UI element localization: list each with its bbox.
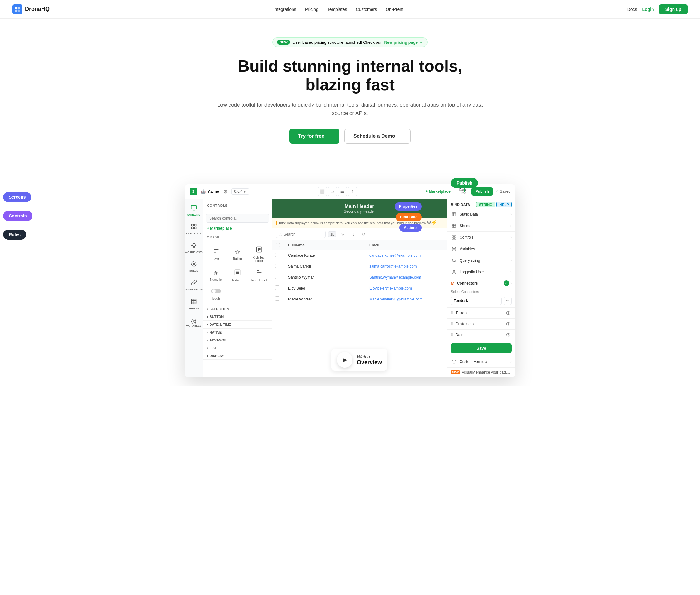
- nav-templates[interactable]: Templates: [327, 7, 347, 12]
- table-search[interactable]: [276, 230, 326, 238]
- filter-icon[interactable]: ▽: [339, 230, 347, 238]
- canvas-lightning-icon[interactable]: ⚡: [431, 219, 437, 225]
- signup-button[interactable]: Sign up: [659, 4, 688, 15]
- docs-link[interactable]: Docs: [627, 7, 637, 12]
- section-datetime[interactable]: › DATE & TIME: [203, 321, 272, 329]
- visually-enhance-row[interactable]: NEW Visually enhance your data...: [447, 367, 516, 377]
- table-row[interactable]: Eloy Beier Eloy.beier@example.com: [272, 283, 447, 294]
- schedule-demo-button[interactable]: Schedule a Demo →: [344, 129, 411, 144]
- float-screens-label[interactable]: Screens: [3, 192, 31, 202]
- row-check-0[interactable]: [272, 250, 285, 261]
- bind-row-sheets[interactable]: Sheets ›: [447, 220, 516, 232]
- control-toggle[interactable]: Toggle: [206, 286, 226, 303]
- table-row[interactable]: Salma Carroll salma.carroll@example.com: [272, 261, 447, 272]
- bind-tab-string[interactable]: String: [476, 202, 495, 207]
- control-rating[interactable]: ☆ Rating: [227, 244, 247, 265]
- save-button-bind[interactable]: Save: [451, 343, 512, 353]
- bind-row-controls[interactable]: Controls ›: [447, 232, 516, 243]
- section-native[interactable]: › NATIVE: [203, 329, 272, 336]
- marketplace-link-text[interactable]: + Marketplace: [207, 226, 232, 230]
- sidebar-item-connectors[interactable]: CONNECTORS: [186, 277, 202, 294]
- hero-section: NEW User based pricing structure launche…: [209, 19, 491, 175]
- desktop-icon[interactable]: ⬜: [318, 187, 327, 196]
- row-check-3[interactable]: [272, 283, 285, 293]
- brand[interactable]: DronaHQ: [12, 4, 50, 15]
- control-text[interactable]: Text: [206, 244, 226, 265]
- section-list[interactable]: › LIST: [203, 344, 272, 352]
- connector-item-customers[interactable]: ⠿ Customers: [447, 318, 516, 329]
- row-check-4[interactable]: [272, 294, 285, 305]
- nav-customers[interactable]: Customers: [356, 7, 377, 12]
- control-input-label[interactable]: Input Label: [249, 266, 269, 285]
- section-display[interactable]: › DISPLAY: [203, 352, 272, 360]
- bind-row-static[interactable]: Static Data ›: [447, 209, 516, 220]
- float-controls-label[interactable]: Controls: [3, 211, 32, 221]
- date-eye-icon[interactable]: [505, 331, 512, 338]
- customers-eye-icon[interactable]: [505, 320, 512, 327]
- static-data-chevron: ›: [511, 212, 512, 217]
- variables-chevron: ›: [511, 247, 512, 251]
- actions-label[interactable]: Actions: [399, 224, 422, 232]
- table-row[interactable]: Candace Kunze candace.kunze@example.com: [272, 250, 447, 261]
- canvas-settings-icon[interactable]: ⚙: [427, 219, 431, 225]
- tablet-icon[interactable]: ▭: [328, 187, 337, 196]
- custom-formula-row[interactable]: Custom Formula ›: [447, 356, 516, 367]
- zendesk-select[interactable]: Zendesk: [451, 297, 502, 305]
- download-icon[interactable]: ↓: [349, 230, 357, 238]
- overview-label: Overview: [357, 359, 382, 366]
- basic-section[interactable]: ▾ BASIC: [203, 233, 272, 241]
- input-label-icon: [256, 269, 263, 277]
- control-numeric[interactable]: # Numeric: [206, 266, 226, 285]
- nav-onprem[interactable]: On-Prem: [386, 7, 403, 12]
- row-check-2[interactable]: [272, 272, 285, 283]
- table-row[interactable]: Santino Wyman Santino.wyman@example.com: [272, 272, 447, 283]
- svg-rect-2: [15, 9, 18, 11]
- row-check-1[interactable]: [272, 261, 285, 272]
- variables-bind-icon: {x}: [451, 246, 457, 252]
- bind-data-label[interactable]: Bind Data: [396, 213, 422, 221]
- section-selection[interactable]: › SELECTION: [203, 305, 272, 313]
- sidebar-item-workflows[interactable]: WORKFLOWS: [186, 239, 202, 257]
- section-advance[interactable]: › ADVANCE: [203, 336, 272, 344]
- nav-integrations[interactable]: Integrations: [273, 7, 296, 12]
- nav-pricing[interactable]: Pricing: [305, 7, 318, 12]
- landscape-icon[interactable]: ▬: [338, 187, 347, 196]
- new-badge: NEW: [451, 370, 460, 374]
- sidebar-item-screens[interactable]: SCREENS: [186, 202, 202, 219]
- svg-point-30: [508, 323, 509, 324]
- sidebar-item-controls[interactable]: CONTROLS: [186, 221, 202, 238]
- control-rich-text[interactable]: Rich Text Editor: [249, 244, 269, 265]
- marketplace-link[interactable]: + Marketplace: [426, 189, 450, 194]
- zendesk-edit-button[interactable]: ✏: [504, 297, 512, 305]
- control-text-label: Text: [213, 257, 218, 261]
- float-rules-label[interactable]: Rules: [3, 230, 26, 239]
- section-button[interactable]: › BUTTON: [203, 313, 272, 321]
- play-button[interactable]: ▶: [337, 352, 352, 368]
- float-publish-label[interactable]: Publish: [451, 178, 478, 188]
- connectors-icon: [191, 280, 197, 287]
- control-textarea[interactable]: Textarea: [227, 266, 247, 285]
- bind-row-querystring[interactable]: Query string ›: [447, 255, 516, 266]
- refresh-icon[interactable]: ↺: [360, 230, 368, 238]
- table-row[interactable]: Macie Windler Macie.windler28@example.co…: [272, 294, 447, 305]
- connectors-header[interactable]: M Connectors ✓ ›: [447, 278, 516, 289]
- table-search-input[interactable]: [284, 232, 323, 236]
- mobile-icon[interactable]: ▯: [348, 187, 357, 196]
- bind-row-variables[interactable]: {x} Variables ›: [447, 243, 516, 255]
- select-all-checkbox[interactable]: [276, 243, 280, 247]
- tickets-eye-icon[interactable]: [505, 310, 512, 316]
- connector-item-date[interactable]: ⠿ Date: [447, 329, 516, 340]
- bind-row-loggedin[interactable]: Loggedin User ›: [447, 266, 516, 278]
- sidebar-item-rules[interactable]: RULES: [186, 258, 202, 276]
- hero-title-line1: Build stunning internal tools,: [238, 57, 462, 75]
- controls-search-input[interactable]: [206, 214, 269, 223]
- connector-item-tickets[interactable]: ⠿ Tickets: [447, 307, 516, 318]
- badge-link[interactable]: New pricing page →: [384, 40, 423, 45]
- login-button[interactable]: Login: [642, 7, 654, 12]
- publish-button[interactable]: Publish: [471, 188, 493, 196]
- settings-icon[interactable]: ⚙: [223, 189, 228, 195]
- sidebar-item-sheets[interactable]: SHEETS: [186, 295, 202, 313]
- bind-tab-help[interactable]: Help: [496, 202, 512, 207]
- try-free-button[interactable]: Try for free →: [289, 129, 340, 144]
- sidebar-item-variables[interactable]: {x} VARIABLES: [186, 314, 202, 332]
